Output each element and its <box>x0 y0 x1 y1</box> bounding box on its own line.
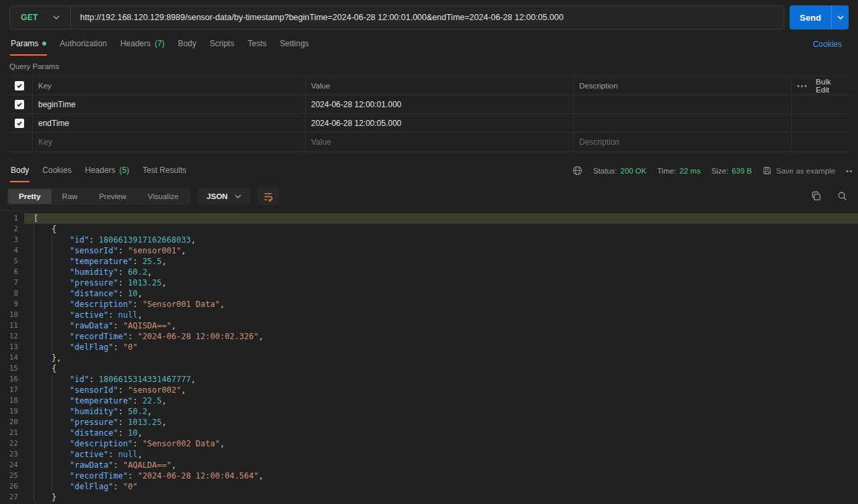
token-pn: : <box>133 257 142 266</box>
response-tab-body[interactable]: Body <box>4 159 36 182</box>
params-actions-cell: ••• Bulk Edit <box>791 76 851 94</box>
token-nul: null <box>118 310 137 320</box>
indent-guide <box>52 481 70 492</box>
line-content: } <box>24 492 858 503</box>
format-select[interactable]: JSON <box>197 188 250 204</box>
request-tab-authorization[interactable]: Authorization <box>53 32 113 56</box>
view-tab-raw[interactable]: Raw <box>52 189 88 204</box>
indent-guide <box>34 235 52 245</box>
token-num: 1806613917162668033 <box>99 235 190 245</box>
code-line: 15{ <box>0 363 858 374</box>
select-all-checkbox[interactable] <box>15 81 24 90</box>
param-key-input-placeholder: Key <box>38 137 52 147</box>
line-number: 26 <box>0 481 24 492</box>
params-more-icon[interactable]: ••• <box>797 82 808 90</box>
indent-guide <box>52 385 70 395</box>
bulk-edit-button[interactable]: Bulk Edit <box>816 78 842 94</box>
token-pn: : <box>118 289 127 298</box>
param-description-cell[interactable] <box>573 95 791 113</box>
token-pn: { <box>52 225 56 234</box>
code-line: 9"description": "Sensor001 Data", <box>0 299 858 310</box>
code-line: 21"distance": 10, <box>0 428 858 438</box>
response-more-icon[interactable]: ••• <box>846 167 853 175</box>
indent-guide <box>34 428 52 438</box>
indent-guide <box>34 470 52 481</box>
response-tab-headers[interactable]: Headers(5) <box>78 159 136 182</box>
param-key-cell[interactable]: endTime <box>32 114 305 132</box>
line-number: 16 <box>0 374 24 385</box>
token-key: "delFlag" <box>70 482 113 491</box>
response-tab-test-results[interactable]: Test Results <box>136 159 193 182</box>
response-tab-cookies[interactable]: Cookies <box>36 159 78 182</box>
indent-guide <box>52 245 70 256</box>
view-tab-preview[interactable]: Preview <box>88 189 137 204</box>
request-tab-settings[interactable]: Settings <box>273 32 315 56</box>
view-tab-pretty[interactable]: Pretty <box>8 189 52 204</box>
line-content: "distance": 10, <box>24 428 858 438</box>
request-tab-params[interactable]: Params <box>4 32 53 56</box>
param-checkbox[interactable] <box>15 119 24 128</box>
wrap-text-button[interactable] <box>257 187 279 205</box>
line-content: "sensorId": "sensor002", <box>24 385 858 395</box>
indent-guide <box>34 481 52 492</box>
token-key: "pressure" <box>70 278 118 288</box>
save-as-example-button[interactable]: Save as example <box>763 166 835 175</box>
cookies-link[interactable]: Cookies <box>813 40 849 49</box>
param-value-cell[interactable]: 2024-06-28 12:00:01.000 <box>305 95 573 113</box>
search-icon[interactable] <box>837 191 847 201</box>
response-header: BodyCookiesHeaders(5)Test Results Status… <box>4 159 853 182</box>
line-number: 27 <box>0 492 24 503</box>
token-str: "AQISDA==" <box>123 321 171 330</box>
token-pn: , <box>181 246 186 255</box>
token-num: 10 <box>128 428 137 438</box>
url-input[interactable] <box>71 6 784 29</box>
method-selector[interactable]: GET <box>10 6 71 29</box>
request-tab-body[interactable]: Body <box>171 32 202 56</box>
wrap-text-icon <box>263 191 273 202</box>
request-tab-scripts[interactable]: Scripts <box>203 32 241 56</box>
param-description-input[interactable]: Description <box>573 133 791 151</box>
request-tab-headers[interactable]: Headers(7) <box>113 32 171 56</box>
param-value-cell[interactable]: 2024-06-28 12:00:05.000 <box>305 114 573 132</box>
code-line: 14}, <box>0 353 858 363</box>
line-number: 7 <box>0 277 24 288</box>
line-content: "distance": 10, <box>24 288 858 299</box>
code-line: 19"humidity": 50.2, <box>0 406 858 417</box>
param-checkbox[interactable] <box>15 100 24 109</box>
token-key: "humidity" <box>70 267 118 277</box>
app-window: GET Send ParamsAuthorizationHeaders(7)Bo… <box>0 0 858 504</box>
network-globe-icon[interactable] <box>572 166 583 176</box>
param-key-input[interactable]: Key <box>32 133 305 151</box>
token-num: 22.5 <box>142 396 162 405</box>
line-content: "description": "Sensor001 Data", <box>24 299 858 310</box>
line-content: "temperature": 22.5, <box>24 395 858 406</box>
token-key: "temperature" <box>70 396 133 405</box>
indent-guide <box>52 299 70 310</box>
indent-guide <box>52 417 70 428</box>
response-body-viewer[interactable]: 1[2{3"id": 1806613917162668033,4"sensorI… <box>0 210 858 504</box>
indent-guide <box>34 438 52 449</box>
indent-guide <box>34 374 52 385</box>
request-tab-label: Headers <box>120 39 150 48</box>
line-content: "rawData": "AQALDA==", <box>24 460 858 470</box>
indent-guide <box>52 470 70 481</box>
token-pn: : <box>128 332 137 341</box>
indent-guide <box>52 460 70 470</box>
indent-guide <box>52 277 70 288</box>
token-pn: : <box>133 439 142 448</box>
param-value-input[interactable]: Value <box>305 133 573 151</box>
send-options-button[interactable] <box>831 5 849 29</box>
param-description-cell[interactable] <box>573 114 791 132</box>
line-content: "recordTime": "2024-06-28 12:00:04.564", <box>24 470 858 481</box>
request-tab-tests[interactable]: Tests <box>241 32 273 56</box>
send-button[interactable]: Send <box>790 5 831 29</box>
view-tab-visualize[interactable]: Visualize <box>137 189 190 204</box>
param-key-cell[interactable]: beginTime <box>32 95 305 113</box>
request-tab-count-badge: (7) <box>155 39 165 48</box>
line-content: "rawData": "AQISDA==", <box>24 320 858 331</box>
indent-guide <box>52 374 70 385</box>
response-tab-count-badge: (5) <box>119 166 129 175</box>
copy-icon[interactable] <box>811 191 821 201</box>
param-value-cell-text: 2024-06-28 12:00:05.000 <box>311 119 402 128</box>
token-num: 1013.25 <box>128 278 162 288</box>
